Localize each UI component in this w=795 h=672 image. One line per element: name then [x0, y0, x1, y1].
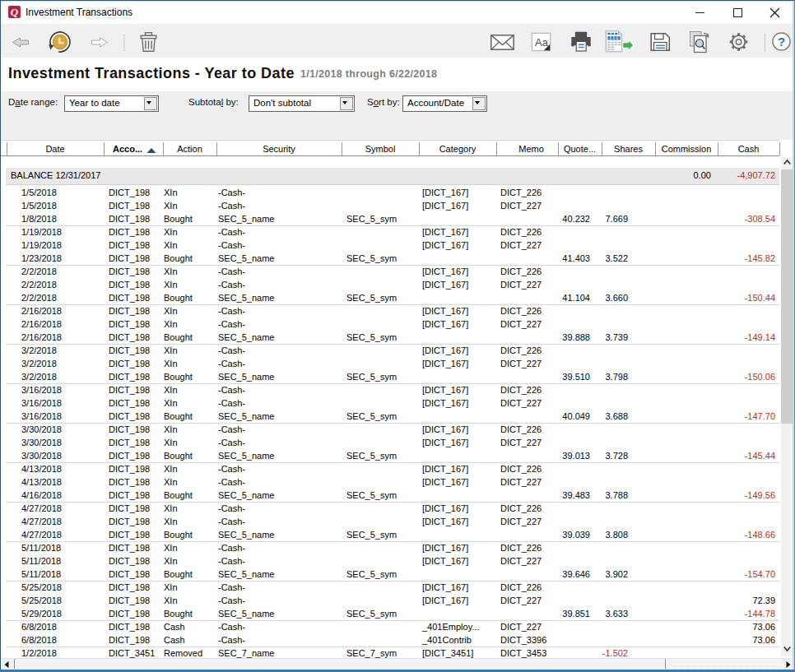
- svg-text:?: ?: [778, 35, 785, 49]
- svg-text:Aa: Aa: [535, 36, 549, 49]
